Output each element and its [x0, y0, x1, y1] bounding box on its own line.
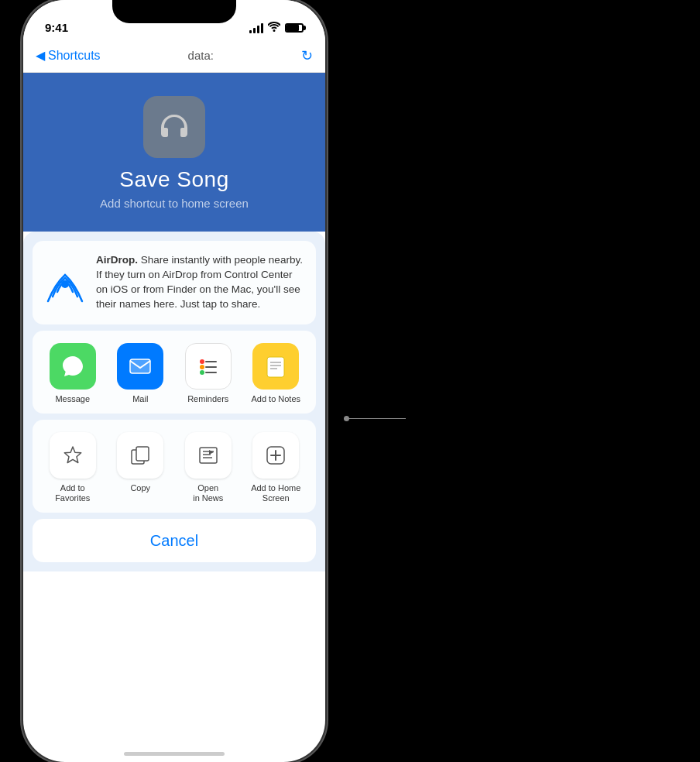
- back-label: Shortcuts: [48, 49, 101, 63]
- status-time: 9:41: [45, 21, 68, 34]
- cancel-section: Cancel: [33, 519, 316, 562]
- action-add-to-home-screen[interactable]: Add to Home Screen: [246, 432, 305, 503]
- open-in-news-icon: [185, 432, 232, 479]
- svg-rect-1: [130, 359, 150, 373]
- add-to-home-screen-icon: [252, 432, 299, 479]
- app-message-label: Message: [55, 394, 90, 404]
- actions-row: Add to Favorites Copy: [39, 432, 310, 503]
- share-header: Save Song Add shortcut to home screen: [23, 73, 325, 232]
- app-add-to-notes-label: Add to Notes: [251, 394, 300, 404]
- action-open-in-news-label: Openin News: [193, 483, 223, 503]
- action-add-to-home-screen-label: Add to Home Screen: [246, 483, 305, 503]
- share-title: Save Song: [119, 167, 229, 192]
- svg-marker-20: [209, 450, 214, 455]
- apps-row: Message Mail: [39, 343, 310, 404]
- annotation-line: [344, 418, 406, 419]
- copy-icon: [117, 432, 163, 479]
- app-reminders[interactable]: Reminders: [179, 343, 238, 404]
- app-mail[interactable]: Mail: [111, 343, 170, 404]
- action-copy-label: Copy: [130, 483, 150, 493]
- share-subtitle: Add shortcut to home screen: [100, 197, 249, 210]
- airdrop-description: AirDrop. Share instantly with people nea…: [96, 253, 304, 312]
- add-to-favorites-icon: [50, 432, 96, 479]
- svg-marker-13: [64, 447, 81, 463]
- wifi-icon: [268, 22, 280, 34]
- svg-rect-15: [136, 447, 149, 461]
- svg-rect-16: [200, 448, 217, 463]
- app-message[interactable]: Message: [43, 343, 102, 404]
- svg-point-3: [200, 359, 204, 364]
- chevron-left-icon: ◀: [36, 48, 45, 63]
- svg-rect-9: [267, 357, 284, 377]
- app-add-to-notes[interactable]: Add to Notes: [246, 343, 305, 404]
- action-add-to-favorites-label: Add to Favorites: [43, 483, 102, 503]
- airdrop-section[interactable]: AirDrop. Share instantly with people nea…: [33, 241, 316, 324]
- notch: [112, 0, 236, 23]
- app-reminders-label: Reminders: [187, 394, 228, 404]
- url-bar[interactable]: data:: [188, 49, 214, 62]
- cancel-button[interactable]: Cancel: [33, 519, 316, 562]
- signal-icon: [249, 23, 263, 33]
- status-icons: [249, 22, 304, 34]
- share-sheet: AirDrop. Share instantly with people nea…: [23, 232, 325, 572]
- shortcut-icon: [143, 96, 205, 158]
- messages-icon: [50, 343, 96, 390]
- svg-point-5: [200, 365, 204, 369]
- refresh-button[interactable]: ↻: [301, 47, 313, 64]
- apps-section: Message Mail: [33, 331, 316, 414]
- notes-icon: [252, 343, 299, 390]
- actions-section: Add to Favorites Copy: [33, 420, 316, 513]
- battery-icon: [285, 23, 304, 33]
- phone-frame: 9:41 ◀ Shortcuts data: ↻: [23, 0, 325, 762]
- action-open-in-news[interactable]: Openin News: [179, 432, 238, 503]
- action-copy[interactable]: Copy: [111, 432, 170, 493]
- nav-bar: ◀ Shortcuts data: ↻: [23, 39, 325, 73]
- app-mail-label: Mail: [132, 394, 148, 404]
- back-button[interactable]: ◀ Shortcuts: [36, 48, 101, 63]
- airdrop-title: AirDrop.: [96, 254, 138, 266]
- home-indicator: [124, 752, 225, 756]
- mail-icon: [117, 343, 163, 390]
- action-add-to-favorites[interactable]: Add to Favorites: [43, 432, 102, 503]
- airdrop-icon: [45, 263, 85, 303]
- headphones-icon: [154, 107, 194, 147]
- reminders-icon: [185, 343, 232, 390]
- svg-point-7: [200, 370, 204, 375]
